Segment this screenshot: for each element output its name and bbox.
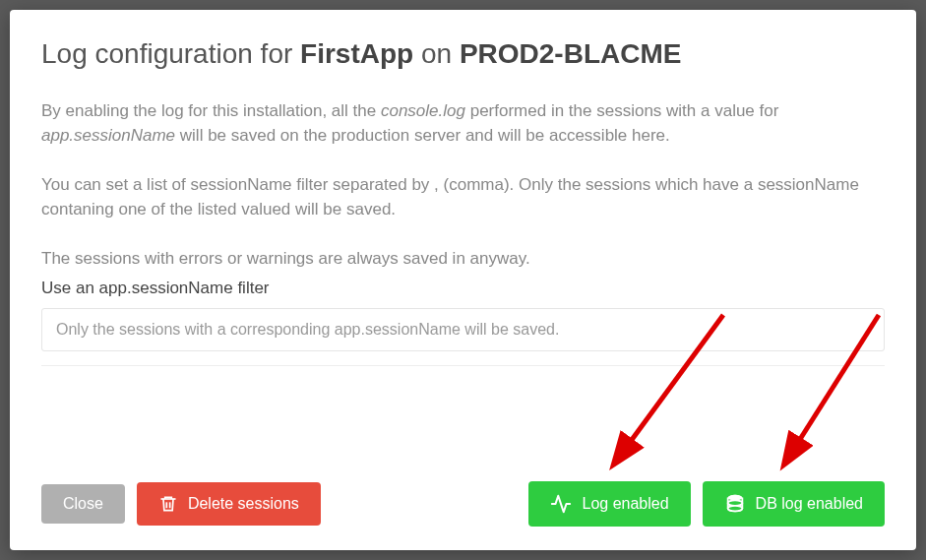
title-prefix: Log configuration for — [41, 38, 300, 69]
svg-point-5 — [727, 495, 742, 501]
activity-icon — [550, 493, 572, 515]
filter-input-wrap — [41, 308, 885, 351]
title-server: PROD2-BLACME — [460, 38, 682, 69]
close-button[interactable]: Close — [41, 484, 125, 524]
title-app: FirstApp — [300, 38, 413, 69]
description-1: By enabling the log for this installatio… — [41, 98, 885, 149]
delete-sessions-button[interactable]: Delete sessions — [137, 482, 321, 526]
modal-title: Log configuration for FirstApp on PROD2-… — [41, 37, 885, 71]
filter-label: Use an app.sessionName filter — [41, 279, 885, 298]
modal-footer: Close Delete sessions Log enabled — [41, 481, 885, 527]
footer-separator — [41, 365, 885, 366]
database-icon — [724, 493, 746, 515]
log-enabled-button[interactable]: Log enabled — [528, 481, 690, 527]
db-log-enabled-button[interactable]: DB log enabled — [703, 481, 885, 527]
description-3: The sessions with errors or warnings are… — [41, 246, 885, 272]
trash-icon — [158, 494, 178, 514]
log-config-modal: Log configuration for FirstApp on PROD2-… — [10, 10, 916, 550]
close-button-label: Close — [63, 496, 103, 512]
title-on: on — [413, 38, 460, 69]
session-name-filter-input[interactable] — [56, 321, 870, 339]
db-log-enabled-label: DB log enabled — [756, 496, 863, 512]
log-enabled-label: Log enabled — [582, 496, 668, 512]
delete-sessions-label: Delete sessions — [188, 496, 299, 512]
description-2: You can set a list of sessionName filter… — [41, 172, 885, 222]
